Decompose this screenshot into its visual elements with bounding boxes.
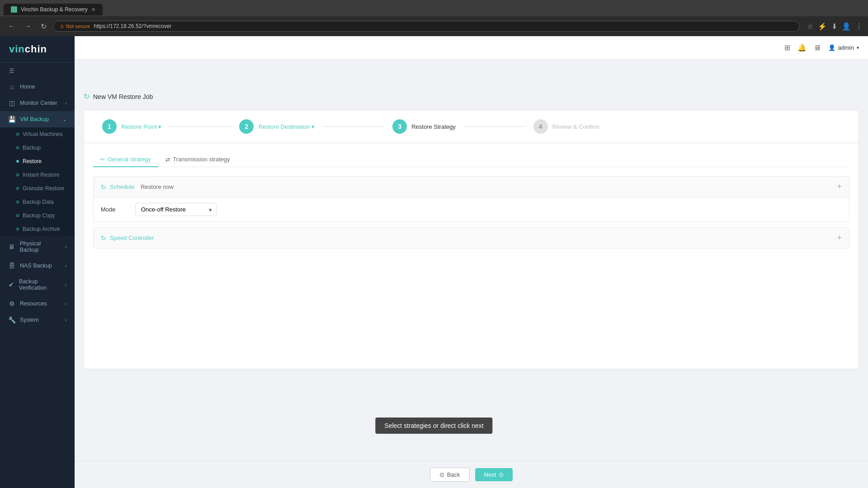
schedule-accordion-header[interactable]: ↻ Schedule Restore now + — [94, 177, 849, 197]
speed-controller-icon: ↻ — [101, 235, 106, 242]
bookmark-icon[interactable]: ☆ — [807, 22, 813, 31]
step-connector-2 — [322, 127, 385, 127]
address-bar[interactable]: ⚠ Not secure https://172.18.26.52/?vmrec… — [53, 21, 800, 32]
sidebar-sub-item-backup[interactable]: Backup — [0, 141, 75, 155]
sidebar-sub-item-restore[interactable]: Restore — [0, 155, 75, 168]
user-menu[interactable]: 👤 admin ▾ — [828, 44, 859, 51]
mode-select-wrapper: Once-off Restore Scheduled Restore — [135, 203, 217, 216]
chevron-right-icon: › — [65, 244, 66, 249]
profile-icon[interactable]: 👤 — [842, 22, 851, 31]
sidebar-toggle[interactable]: ☰ — [0, 63, 75, 79]
content-area: ✏ General strategy ⇄ Transmission strate… — [84, 143, 859, 369]
sidebar-item-label: NAS Backup — [20, 263, 52, 269]
physical-backup-icon: 🖥 — [8, 243, 15, 250]
schedule-accordion-body: Mode Once-off Restore Scheduled Restore — [94, 197, 849, 221]
sub-dot-icon — [16, 201, 19, 203]
step-label-2: Restore Destination ▾ — [258, 123, 315, 130]
nas-backup-icon: 🗄 — [8, 262, 15, 269]
active-tab[interactable]: Vinchin Backup & Recovery ✕ — [4, 4, 103, 15]
bottom-bar: ⊙ Back Next ⊙ — [75, 461, 868, 488]
new-tab-button[interactable]: + — [103, 6, 106, 13]
resources-icon: ⚙ — [8, 300, 15, 307]
sidebar-item-label: Home — [20, 84, 35, 90]
wizard-step-1: 1 Restore Point ▾ — [102, 119, 161, 134]
step-circle-1: 1 — [102, 119, 117, 134]
tab-general-strategy[interactable]: ✏ General strategy — [93, 152, 158, 167]
username-label: admin — [838, 44, 854, 51]
chevron-right-icon: › — [65, 263, 66, 268]
chevron-right-icon: › — [65, 101, 66, 106]
sidebar-item-monitor[interactable]: ◫ Monitor Center › — [0, 95, 75, 111]
accordion-expand-icon[interactable]: + — [837, 233, 842, 243]
display-icon[interactable]: 🖥 — [814, 44, 821, 52]
sidebar-item-system[interactable]: 🔧 System › — [0, 312, 75, 328]
main-area: ⊞ 🔔 🖥 👤 admin ▾ ↻ New VM Restore Job — [75, 36, 868, 488]
speed-controller-accordion-header[interactable]: ↻ Speed Controller + — [94, 228, 849, 248]
step-label-4: Review & Confirm — [552, 123, 599, 130]
vm-backup-icon: 💾 — [8, 116, 15, 123]
sidebar-item-physical-backup[interactable]: 🖥 Physical Backup › — [0, 236, 75, 258]
speed-controller-accordion: ↻ Speed Controller + — [93, 227, 849, 249]
monitor-icon: ◫ — [8, 99, 15, 107]
sidebar-item-backup-verification[interactable]: ✔ Backup Verification › — [0, 274, 75, 296]
sidebar-item-label: Physical Backup — [20, 240, 61, 253]
sidebar-sub-item-instant-restore[interactable]: Instant Restore — [0, 168, 75, 182]
step-connector-3 — [463, 127, 526, 127]
back-nav-button[interactable]: ← — [5, 20, 18, 32]
back-button[interactable]: ⊙ Back — [430, 468, 470, 482]
download-icon[interactable]: ⬇ — [831, 22, 837, 31]
schedule-icon: ↻ — [101, 183, 106, 191]
next-label: Next — [484, 471, 496, 478]
sidebar: vinchin ☰ ⌂ Home ◫ Monitor Center › 💾 VM… — [0, 36, 75, 488]
reload-nav-button[interactable]: ↻ — [38, 20, 49, 33]
pencil-icon: ✏ — [100, 156, 105, 163]
sidebar-item-label: VM Backup — [20, 116, 49, 122]
sidebar-item-resources[interactable]: ⚙ Resources › — [0, 296, 75, 312]
sub-dot-icon — [16, 160, 19, 163]
user-chevron-icon: ▾ — [857, 45, 859, 50]
sidebar-item-home[interactable]: ⌂ Home — [0, 79, 75, 95]
sidebar-item-vm-backup[interactable]: 💾 VM Backup ⌄ — [0, 111, 75, 127]
wizard-step-2: 2 Restore Destination ▾ — [239, 119, 315, 134]
sub-label: Backup Archive — [23, 226, 60, 232]
mode-label: Mode — [101, 206, 128, 213]
tab-bar: ✏ General strategy ⇄ Transmission strate… — [93, 152, 849, 167]
speed-controller-title: Speed Controller — [110, 235, 154, 241]
sidebar-sub-item-virtual-machines[interactable]: Virtual Machines — [0, 127, 75, 141]
backup-verification-icon: ✔ — [8, 281, 14, 288]
forward-nav-button[interactable]: → — [22, 20, 34, 32]
chevron-right-icon: › — [65, 282, 66, 287]
security-warning: ⚠ Not secure — [60, 23, 90, 29]
sub-label: Granular Restore — [23, 185, 64, 192]
sidebar-sub-item-granular-restore[interactable]: Granular Restore — [0, 182, 75, 195]
sub-dot-icon — [16, 174, 19, 176]
browser-tab-bar: Vinchin Backup & Recovery ✕ + — [0, 0, 868, 16]
app-logo: vinchin — [0, 36, 75, 63]
sub-label: Backup Data — [23, 199, 54, 205]
tab-transmission-strategy[interactable]: ⇄ Transmission strategy — [158, 152, 237, 167]
notification-icon[interactable]: 🔔 — [797, 43, 807, 52]
grid-icon[interactable]: ⊞ — [784, 43, 790, 52]
sidebar-sub-item-backup-archive[interactable]: Backup Archive — [0, 222, 75, 236]
tab-close-button[interactable]: ✕ — [91, 7, 95, 13]
more-icon[interactable]: ⋮ — [855, 22, 863, 31]
sidebar-item-nas-backup[interactable]: 🗄 NAS Backup › — [0, 258, 75, 274]
sidebar-sub-item-backup-data[interactable]: Backup Data — [0, 195, 75, 209]
sub-dot-icon — [16, 133, 19, 136]
schedule-accordion: ↻ Schedule Restore now + Mode Once-off R… — [93, 176, 849, 222]
accordion-expand-icon[interactable]: + — [837, 182, 842, 192]
schedule-title: Schedule — [110, 183, 134, 190]
home-icon: ⌂ — [8, 83, 15, 90]
next-button[interactable]: Next ⊙ — [475, 468, 513, 481]
extension-icon[interactable]: ⚡ — [818, 22, 827, 31]
sub-dot-icon — [16, 187, 19, 190]
sidebar-sub-item-backup-copy[interactable]: Backup Copy — [0, 209, 75, 222]
url-text: https://172.18.26.52/?vmrecover — [94, 23, 171, 29]
step-circle-2: 2 — [239, 119, 254, 134]
mode-select[interactable]: Once-off Restore Scheduled Restore — [135, 203, 217, 216]
back-circle-icon: ⊙ — [439, 471, 444, 478]
wizard-step-4: 4 Review & Confirm — [533, 119, 599, 134]
page-refresh-icon: ↻ — [84, 92, 90, 101]
transfer-icon: ⇄ — [165, 156, 170, 163]
security-label: Not secure — [66, 23, 90, 29]
